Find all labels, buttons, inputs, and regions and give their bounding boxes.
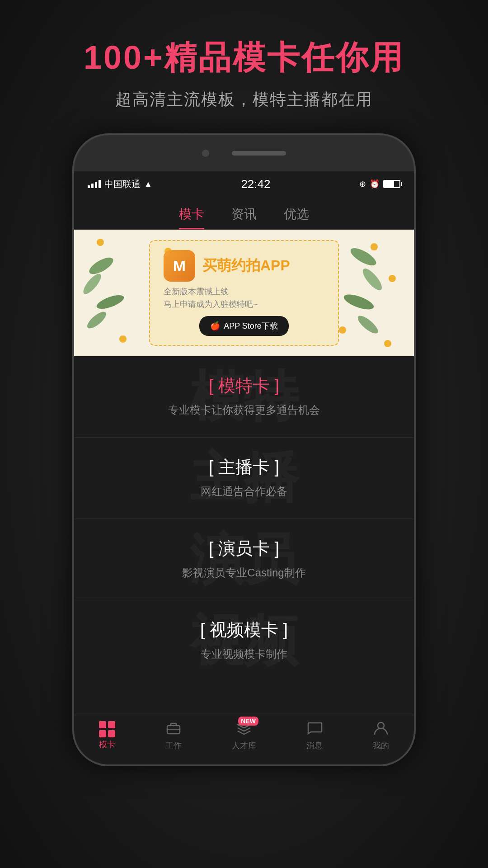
signal-bar-4 [99,180,101,188]
phone-screen: 中国联通 ▲ 22:42 ⊕ ⏰ 模卡 资讯 [74,171,414,764]
bottom-navigation: 模卡 工作 [74,715,414,764]
alarm-icon: ⏰ [370,179,380,189]
moka-icon-wrapper [99,721,115,737]
app-icon: M [164,250,195,282]
dot-7 [384,340,391,347]
bottom-nav-message-label: 消息 [306,740,323,751]
model-card-sub: 专业模卡让你获得更多通告机会 [74,403,414,417]
bottom-nav-talent-label: 人才库 [232,740,256,751]
apple-icon: 🍎 [210,321,220,331]
battery-indicator [383,180,400,188]
top-promo-area: 100+精品模卡任你用 超高清主流模板，模特主播都在用 [0,0,488,129]
grid-cell-1 [99,721,106,728]
svg-point-7 [355,313,380,336]
wifi-icon: ▲ [144,179,152,189]
bottom-nav-message[interactable]: 消息 [306,720,323,751]
anchor-card-section[interactable]: 主播 [ 主播卡 ] 网红通告合作必备 [74,438,414,519]
message-icon-wrapper [306,720,323,738]
grid-cell-3 [99,730,106,737]
actor-card-sub: 影视演员专业Casting制作 [74,566,414,580]
signal-bar-3 [95,182,97,188]
svg-point-2 [95,292,126,312]
nav-tabs: 模卡 资讯 优选 [74,197,414,230]
at-icon: ⊕ [359,179,366,189]
grid-cell-4 [108,730,115,737]
battery-fill [384,181,394,187]
work-icon-wrapper [165,720,182,738]
video-card-section[interactable]: 视频 [ 视频模卡 ] 专业视频模卡制作 [74,600,414,682]
svg-point-1 [80,271,103,297]
svg-point-5 [360,266,385,293]
sub-headline: 超高清主流模板，模特主播都在用 [18,89,470,111]
talent-icon-wrapper: NEW [236,720,252,738]
download-btn-label: APP Store下载 [224,321,278,331]
signal-bar-1 [88,185,90,188]
video-card-sub: 专业视频模卡制作 [74,647,414,661]
status-bar: 中国联通 ▲ 22:42 ⊕ ⏰ [74,171,414,197]
mine-icon-wrapper [373,720,389,738]
banner-app-title: 买萌约拍APP [202,256,290,276]
phone-top-bezel [74,135,414,171]
dot-1 [97,239,104,246]
banner-subtitle-1: 全新版本震撼上线 [164,286,229,297]
dot-4 [371,243,378,250]
tab-select[interactable]: 优选 [284,206,309,229]
tab-news[interactable]: 资讯 [231,206,257,229]
phone-camera [202,150,209,157]
dot-3 [119,335,127,343]
actor-card-title: [ 演员卡 ] [74,537,414,560]
bottom-nav-moka[interactable]: 模卡 [99,721,115,750]
grid-cell-2 [108,721,115,728]
svg-point-0 [87,255,116,278]
promo-banner[interactable]: M 买萌约拍APP 全新版本震撼上线 马上申请成为入驻模特吧~ 🍎 APP St… [74,230,414,356]
bottom-nav-mine[interactable]: 我的 [373,720,389,751]
actor-card-section[interactable]: 演员 [ 演员卡 ] 影视演员专业Casting制作 [74,519,414,600]
tab-moka[interactable]: 模卡 [179,206,204,229]
carrier-name: 中国联通 [104,178,141,190]
dot-5 [339,326,346,334]
status-time: 22:42 [241,177,270,191]
bottom-nav-work-label: 工作 [165,740,182,751]
anchor-card-sub: 网红通告合作必备 [74,484,414,499]
bottom-nav-work[interactable]: 工作 [165,720,182,751]
person-icon [373,720,389,736]
outer-background: 100+精品模卡任你用 超高清主流模板，模特主播都在用 [0,0,488,868]
grid-icon [99,721,115,737]
bottom-nav-mine-label: 我的 [373,740,389,751]
status-left: 中国联通 ▲ [88,178,152,190]
signal-icon [88,180,101,188]
video-card-title: [ 视频模卡 ] [74,618,414,642]
svg-point-3 [85,309,109,331]
app-store-download-button[interactable]: 🍎 APP Store下载 [199,316,289,336]
model-card-title: [ 模特卡 ] [74,374,414,397]
signal-bar-2 [91,184,94,188]
briefcase-icon [165,720,182,736]
banner-top-row: M 买萌约拍APP [164,250,290,282]
anchor-card-title: [ 主播卡 ] [74,456,414,479]
model-card-section[interactable]: 模特 [ 模特卡 ] 专业模卡让你获得更多通告机会 [74,356,414,438]
bottom-nav-talent[interactable]: NEW 人才库 [232,720,256,751]
chat-icon [306,720,323,736]
svg-point-6 [342,292,375,312]
card-sections: 模特 [ 模特卡 ] 专业模卡让你获得更多通告机会 主播 [ 主播卡 ] 网红通… [74,356,414,682]
status-right: ⊕ ⏰ [359,179,400,189]
main-headline: 100+精品模卡任你用 [18,36,470,80]
new-badge: NEW [238,717,258,726]
dot-6 [389,275,396,282]
banner-card: M 买萌约拍APP 全新版本震撼上线 马上申请成为入驻模特吧~ 🍎 APP St… [149,240,339,346]
banner-subtitle-2: 马上申请成为入驻模特吧~ [164,299,258,310]
phone-speaker [232,151,286,156]
phone-frame: 中国联通 ▲ 22:42 ⊕ ⏰ 模卡 资讯 [72,133,416,766]
bottom-nav-moka-label: 模卡 [99,739,115,750]
